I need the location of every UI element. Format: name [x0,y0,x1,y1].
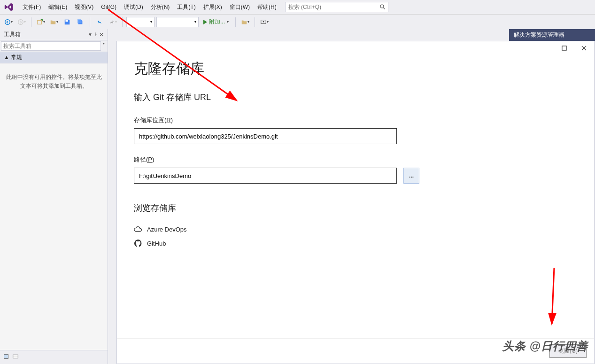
footer-icon-1[interactable] [3,353,9,361]
toolbox-section-general[interactable]: ▲ 常规 [0,52,108,63]
svg-rect-5 [66,20,68,22]
live-share-icon[interactable]: ▾ [259,16,270,28]
menu-tools[interactable]: 工具(T) [173,1,199,13]
global-search-input[interactable] [286,4,378,10]
maximize-icon[interactable] [557,43,571,53]
provider-azure-label: Azure DevOps [147,226,187,233]
play-icon [203,20,207,24]
search-icon[interactable] [378,4,388,10]
save-icon[interactable] [62,16,73,28]
redo-icon[interactable]: ▾ [107,16,118,28]
attach-button[interactable]: 附加...▾ [201,16,232,28]
nav-back-icon[interactable]: ▾ [3,16,14,28]
folder-view-icon[interactable]: ▾ [240,16,251,28]
svg-rect-4 [38,20,42,24]
menu-extensions[interactable]: 扩展(X) [200,1,226,13]
svg-rect-8 [4,355,8,359]
menu-debug[interactable]: 调试(D) [120,1,147,13]
search-dropdown-icon[interactable]: ▾ [101,41,107,51]
close-icon[interactable]: ✕ [99,31,104,38]
location-input[interactable] [134,128,397,144]
svg-rect-10 [562,46,566,50]
menu-git[interactable]: Git(G) [97,2,120,12]
menu-window[interactable]: 窗口(W) [226,1,254,13]
new-project-icon[interactable]: ▾ [35,16,46,28]
save-all-icon[interactable] [75,16,86,28]
main-area: 解决方案资源管理器 克隆存储库 输入 Git 存储库 URL 存储库位置(R) … [108,29,595,364]
undo-icon[interactable] [94,16,105,28]
path-input[interactable] [134,168,397,184]
menu-edit[interactable]: 编辑(E) [45,1,71,13]
vs-logo-icon [3,1,15,13]
menu-analyze[interactable]: 分析(N) [147,1,174,13]
svg-rect-9 [13,355,18,358]
close-icon[interactable] [577,43,590,53]
open-file-icon[interactable]: ▾ [48,16,60,28]
location-label: 存储库位置(R) [134,116,577,124]
toolbox-search-input[interactable] [1,41,101,51]
provider-azure-devops[interactable]: Azure DevOps [134,222,577,236]
provider-github[interactable]: GitHub [134,236,577,250]
toolbox-header: 工具箱 ▼ ✕ [0,29,108,40]
pin-icon[interactable] [93,31,98,38]
svg-point-0 [380,5,384,8]
menubar: 文件(F) 编辑(E) 视图(V) Git(G) 调试(D) 分析(N) 工具(… [0,0,595,14]
browse-repo-title: 浏览存储库 [134,202,577,214]
nav-forward-icon[interactable]: ▾ [16,16,27,28]
menu-view[interactable]: 视图(V) [71,1,97,13]
dropdown-icon[interactable]: ▼ [88,32,93,37]
svg-line-1 [383,8,385,9]
svg-point-2 [5,19,10,24]
toolbar: ▾ ▾ ▾ ▾ ▾ ▾ ▾ 附加...▾ ▾ ▾ [0,14,595,29]
cloud-icon [134,225,142,233]
path-label: 路径(P) [134,155,577,164]
menu-file[interactable]: 文件(F) [19,1,45,13]
solution-explorer-header[interactable]: 解决方案资源管理器 [509,29,595,41]
toolbox-panel: 工具箱 ▼ ✕ ▾ ▲ 常规 此组中没有可用的控件。将某项拖至此文本可将其添加到… [0,29,108,364]
clone-subtitle: 输入 Git 存储库 URL [134,92,577,103]
footer-icon-2[interactable] [12,353,19,361]
attach-label: 附加... [209,18,225,26]
svg-point-3 [18,19,23,24]
provider-github-label: GitHub [147,240,166,247]
clone-repository-panel: 克隆存储库 输入 Git 存储库 URL 存储库位置(R) 路径(P) ... … [116,41,595,364]
svg-point-7 [263,21,264,22]
watermark: 头条 @日行四善 [502,339,588,354]
global-search[interactable] [285,2,388,12]
solution-platform-combo[interactable]: ▾ [156,17,199,27]
toolbox-footer [0,350,108,364]
toolbox-empty-text: 此组中没有可用的控件。将某项拖至此文本可将其添加到工具箱。 [0,63,108,350]
toolbox-search: ▾ [0,40,108,52]
clone-titlebar [117,41,594,54]
menu-help[interactable]: 帮助(H) [254,1,280,13]
github-icon [134,239,142,248]
clone-title: 克隆存储库 [134,59,577,78]
toolbox-title: 工具箱 [4,31,21,39]
browse-path-button[interactable]: ... [403,168,419,184]
solution-config-combo[interactable]: ▾ [126,17,155,27]
